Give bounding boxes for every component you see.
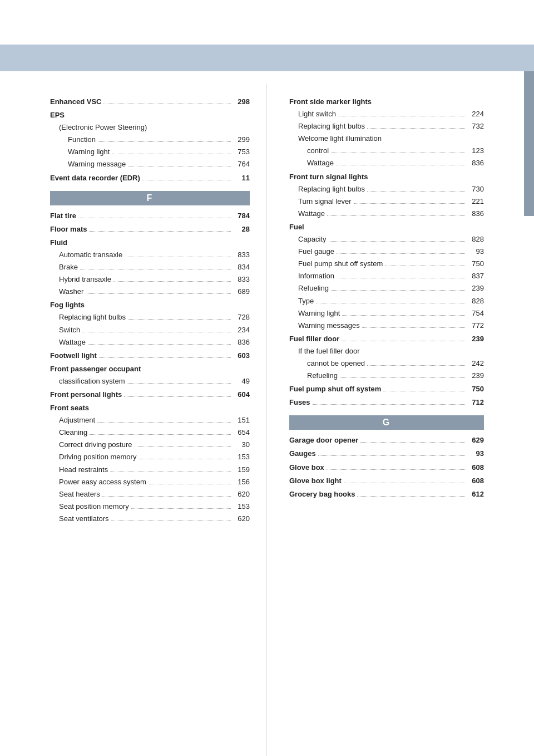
entry-text: Seat position memory — [59, 500, 129, 513]
entry-page: 239 — [467, 282, 484, 294]
list-item: Warning light753 — [50, 146, 250, 158]
list-item: Head restraints159 — [50, 464, 250, 476]
entry-text: Capacity — [298, 233, 327, 246]
entry-dots — [316, 303, 465, 303]
entry-dots — [367, 191, 465, 192]
entry-text: Hybrid transaxle — [59, 273, 111, 286]
list-item: Driving position memory153 — [50, 451, 250, 463]
entry-page: 837 — [467, 270, 484, 282]
list-item: Fuses712 — [289, 396, 484, 409]
entry-dots — [360, 442, 465, 443]
left-column: Enhanced VSC298EPS(Electronic Power Stee… — [0, 84, 267, 756]
entry-text: Cleaning — [59, 426, 87, 439]
section-letter-f: F — [50, 191, 250, 205]
entry-page: 93 — [467, 246, 484, 258]
section-letter-g: G — [289, 415, 484, 430]
list-item: Floor mats28 — [50, 223, 250, 235]
list-item: (Electronic Power Steering) — [50, 121, 250, 134]
entry-text: Warning light — [68, 146, 110, 158]
list-item: Wattage836 — [289, 157, 484, 169]
list-item: EPS — [50, 109, 250, 121]
list-item: Automatic transaxle833 — [50, 249, 250, 261]
entry-dots — [89, 231, 231, 232]
list-item: Information837 — [289, 270, 484, 282]
entry-dots — [111, 521, 231, 521]
entry-page: 239 — [467, 370, 484, 382]
entry-dots — [98, 141, 231, 142]
entry-text: Floor mats — [50, 223, 87, 235]
list-item: Gauges93 — [289, 448, 484, 460]
entry-text: Fuel pump shut off system — [289, 383, 381, 395]
entry-dots — [139, 459, 231, 459]
entry-text: Front personal lights — [50, 389, 122, 401]
list-item: Fog lights — [50, 299, 250, 311]
entry-text: Wattage — [59, 336, 86, 348]
entry-page: 833 — [233, 273, 250, 286]
entry-text: Replacing light bulbs — [298, 120, 365, 132]
entry-dots — [331, 290, 465, 291]
entry-dots — [125, 257, 231, 257]
entry-page: 11 — [233, 172, 250, 184]
list-item: Replacing light bulbs732 — [289, 120, 484, 132]
list-item: Front side marker lights — [289, 96, 484, 108]
entry-text: Garage door opener — [289, 434, 358, 446]
entry-page: 153 — [233, 451, 250, 463]
entry-dots — [135, 446, 231, 447]
entry-page: 30 — [233, 439, 250, 451]
entry-text: Event data recorder (EDR) — [50, 172, 140, 184]
list-item: Event data recorder (EDR)11 — [50, 172, 250, 184]
list-item: Fuel — [289, 221, 484, 233]
page-container: Enhanced VSC298EPS(Electronic Power Stee… — [0, 0, 534, 756]
entry-page: 224 — [467, 108, 484, 120]
list-item: Glove box light608 — [289, 475, 484, 487]
list-item: Brake834 — [50, 261, 250, 273]
entry-dots — [86, 293, 231, 294]
entry-dots — [357, 496, 465, 497]
list-item: Seat ventilators620 — [50, 513, 250, 525]
entry-dots — [128, 166, 231, 166]
entry-text: Warning light — [298, 307, 340, 320]
list-item: Power easy access system156 — [50, 476, 250, 488]
entry-dots — [124, 396, 231, 397]
entry-page: 93 — [467, 448, 484, 460]
entry-page: 836 — [467, 208, 484, 220]
list-item: Washer689 — [50, 286, 250, 298]
content-area: Enhanced VSC298EPS(Electronic Power Stee… — [0, 84, 534, 756]
entry-page: 234 — [233, 324, 250, 336]
entry-text: Brake — [59, 261, 78, 273]
entry-text: Warning message — [68, 158, 126, 170]
entry-text: Replacing light bulbs — [298, 183, 365, 195]
entry-dots — [90, 434, 231, 435]
entry-page: 221 — [467, 195, 484, 208]
entry-dots — [367, 128, 465, 129]
entry-dots — [354, 203, 465, 204]
entry-text: Refueling — [298, 282, 329, 294]
list-item: Hybrid transaxle833 — [50, 273, 250, 286]
entry-page: 750 — [467, 258, 484, 270]
entry-text: Fuel filler door — [289, 333, 339, 345]
entry-page: 833 — [233, 249, 250, 261]
entry-dots — [385, 266, 465, 266]
entry-text: Information — [298, 270, 334, 282]
entry-page: 750 — [467, 383, 484, 395]
list-item: Seat position memory153 — [50, 500, 250, 513]
list-item: Turn signal lever221 — [289, 195, 484, 208]
list-item: Replacing light bulbs730 — [289, 183, 484, 195]
entry-dots — [131, 508, 231, 509]
entry-page: 754 — [467, 307, 484, 320]
entry-text: Glove box light — [289, 475, 342, 487]
entry-text: cannot be opened — [307, 357, 365, 370]
entry-page: 836 — [233, 336, 250, 348]
list-item: Fuel pump shut off system750 — [289, 258, 484, 270]
entry-dots — [340, 377, 465, 378]
entry-dots — [82, 332, 231, 332]
entry-text: Fluid — [50, 237, 67, 249]
entry-page: 151 — [233, 414, 250, 426]
entry-text: Front turn signal lights — [289, 171, 368, 183]
list-item: Wattage836 — [50, 336, 250, 348]
list-item: Fuel gauge93 — [289, 246, 484, 258]
entry-dots — [342, 315, 465, 316]
entry-text: Footwell light — [50, 350, 97, 362]
entry-text: control — [307, 145, 329, 157]
entry-dots — [331, 153, 465, 153]
